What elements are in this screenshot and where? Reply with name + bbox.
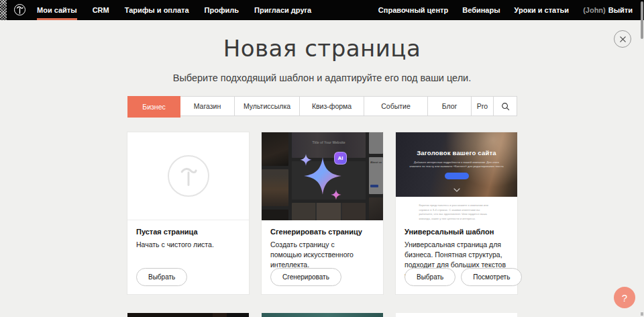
preview-hero-subtitle: Добавьте интересные подробности о вашей …	[408, 161, 505, 169]
card-blank-page[interactable]: Пустая страница Начать с чистого листа. …	[127, 132, 249, 294]
choose-blank-button[interactable]: Выбрать	[136, 268, 187, 286]
tab-pro[interactable]: Pro	[472, 97, 494, 116]
generate-button[interactable]: Сгенерировать	[270, 268, 341, 286]
preview-hero-button	[445, 173, 469, 179]
preview-hero: Заголовок вашего сайта Добавьте интересн…	[396, 132, 517, 197]
nav-crm[interactable]: CRM	[93, 0, 109, 20]
preview-body-text: Коротко представьтесь и расскажите о ком…	[419, 203, 494, 220]
close-icon	[619, 36, 627, 43]
template-cards-row: Пустая страница Начать с чистого листа. …	[127, 132, 517, 294]
universal-preview: Заголовок вашего сайта Добавьте интересн…	[396, 132, 517, 220]
template-card-partial[interactable]	[127, 313, 249, 317]
tab-business[interactable]: Бизнес	[127, 96, 180, 118]
card-description: Начать с чистого листа.	[136, 240, 240, 250]
tab-multilink[interactable]: Мультиссылка	[235, 97, 300, 116]
template-card-partial[interactable]	[262, 313, 383, 317]
chevron-down-icon	[453, 188, 460, 192]
card-title: Универсальный шаблон	[405, 228, 508, 236]
card-ai-generate[interactable]: Title of Your Website About us	[262, 132, 383, 294]
tab-search[interactable]	[494, 97, 517, 116]
user-logout: (John) Выйти	[583, 0, 633, 20]
page-title: Новая страница	[0, 35, 644, 62]
search-icon	[501, 102, 510, 111]
scrollbar-bottom-arrow[interactable]	[641, 312, 643, 316]
nav-lessons[interactable]: Уроки и статьи	[515, 0, 570, 20]
page-subtitle: Выберите подходящий шаблон и адаптируйте…	[0, 73, 644, 83]
card-description: Создать страницу с помощью искусственног…	[270, 240, 356, 271]
scrollbar-thumb[interactable]	[641, 1, 643, 39]
tab-shop[interactable]: Магазин	[180, 97, 235, 116]
next-template-row	[127, 313, 517, 317]
logout-link[interactable]: Выйти	[608, 0, 633, 20]
card-title: Пустая страница	[136, 228, 240, 236]
nav-webinars[interactable]: Вебинары	[462, 0, 500, 20]
card-title: Сгенерировать страницу	[270, 228, 374, 236]
card-body: Универсальный шаблон Универсальная стран…	[396, 220, 517, 294]
tilda-logo-icon[interactable]	[14, 4, 25, 15]
ai-badge: AI	[334, 152, 347, 165]
view-template-button[interactable]: Посмотреть	[461, 268, 522, 286]
user-name-label: (John)	[583, 0, 606, 20]
tab-event[interactable]: Событие	[364, 97, 428, 116]
nav-invite-friend[interactable]: Пригласи друга	[254, 0, 311, 20]
template-chooser-screen: Мои сайты CRM Тарифы и оплата Профиль Пр…	[0, 0, 644, 317]
header-pattern	[0, 0, 7, 20]
primary-nav: Мои сайты CRM Тарифы и оплата Профиль Пр…	[37, 0, 311, 20]
card-universal-template[interactable]: Заголовок вашего сайта Добавьте интересн…	[396, 132, 517, 294]
choose-template-button[interactable]: Выбрать	[405, 268, 455, 286]
top-navigation-bar: Мои сайты CRM Тарифы и оплата Профиль Пр…	[0, 0, 644, 20]
secondary-nav: Справочный центр Вебинары Уроки и статьи…	[378, 0, 633, 20]
preview-body-section: Коротко представьтесь и расскажите о ком…	[396, 197, 517, 220]
nav-my-sites[interactable]: Мои сайты	[37, 0, 77, 20]
ai-preview: Title of Your Website About us	[262, 132, 383, 220]
tilda-placeholder-icon	[168, 155, 209, 197]
nav-help-center[interactable]: Справочный центр	[378, 0, 448, 20]
tilda-glyph-icon	[16, 5, 23, 14]
blank-page-preview	[127, 132, 249, 220]
nav-profile[interactable]: Профиль	[205, 0, 239, 20]
template-category-tabs: Бизнес Магазин Мультиссылка Квиз-форма С…	[127, 96, 517, 116]
close-button[interactable]	[614, 30, 631, 48]
tab-blog[interactable]: Блог	[428, 97, 472, 116]
card-body: Сгенерировать страницу Создать страницу …	[262, 220, 383, 294]
preview-hero-title: Заголовок вашего сайта	[396, 149, 517, 156]
help-button[interactable]: ?	[614, 287, 635, 308]
card-body: Пустая страница Начать с чистого листа. …	[127, 220, 249, 294]
tab-quiz-form[interactable]: Квиз-форма	[300, 97, 364, 116]
sparkle-small2-icon	[331, 189, 341, 200]
template-card-partial[interactable]	[396, 313, 517, 317]
nav-tariffs[interactable]: Тарифы и оплата	[125, 0, 189, 20]
